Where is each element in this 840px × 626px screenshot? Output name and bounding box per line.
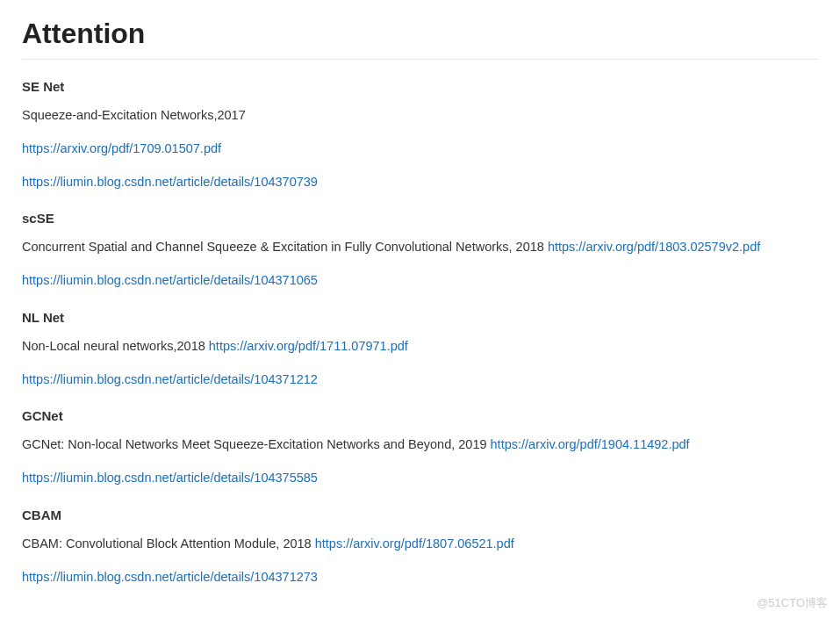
section-description: CBAM: Convolutional Block Attention Modu…: [22, 536, 312, 550]
section-description: Squeeze-and-Excitation Networks,2017: [22, 106, 818, 126]
section-description: Non-Local neural networks,2018: [22, 339, 205, 353]
section-heading: GCNet: [22, 408, 818, 423]
section-heading: NL Net: [22, 310, 818, 325]
paper-link[interactable]: https://arxiv.org/pdf/1807.06521.pdf: [315, 536, 514, 550]
watermark: @51CTO博客: [757, 595, 828, 611]
blog-link[interactable]: https://liumin.blog.csdn.net/article/det…: [22, 471, 318, 485]
page-title: Attention: [22, 18, 818, 60]
paper-link[interactable]: https://arxiv.org/pdf/1709.01507.pdf: [22, 141, 221, 155]
blog-link[interactable]: https://liumin.blog.csdn.net/article/det…: [22, 273, 318, 287]
section-heading: SE Net: [22, 79, 818, 94]
section-heading: CBAM: [22, 507, 818, 522]
blog-link[interactable]: https://liumin.blog.csdn.net/article/det…: [22, 570, 318, 584]
blog-link[interactable]: https://liumin.blog.csdn.net/article/det…: [22, 372, 318, 386]
section-heading: scSE: [22, 211, 818, 226]
section-description: Concurrent Spatial and Channel Squeeze &…: [22, 240, 544, 254]
paper-link[interactable]: https://arxiv.org/pdf/1711.07971.pdf: [209, 339, 408, 353]
blog-link[interactable]: https://liumin.blog.csdn.net/article/det…: [22, 175, 318, 189]
paper-link[interactable]: https://arxiv.org/pdf/1803.02579v2.pdf: [548, 240, 760, 254]
section-description: GCNet: Non-local Networks Meet Squeeze-E…: [22, 437, 487, 451]
paper-link[interactable]: https://arxiv.org/pdf/1904.11492.pdf: [491, 437, 690, 451]
